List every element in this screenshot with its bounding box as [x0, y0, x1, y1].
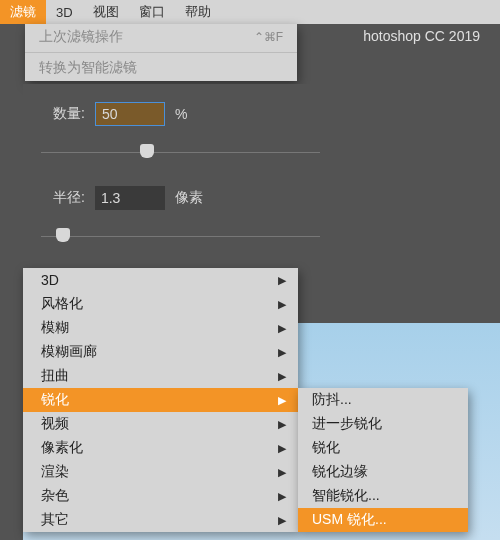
dialog-panel: 数量: % 半径: 像素 [23, 84, 338, 272]
submenu-item[interactable]: 杂色▶ [23, 484, 298, 508]
submenu-item[interactable]: 模糊▶ [23, 316, 298, 340]
slider-thumb[interactable] [140, 144, 154, 158]
submenu-item-label: 扭曲 [41, 367, 69, 385]
filter-menu-dropdown: 上次滤镜操作 ⌃⌘F 转换为智能滤镜 [25, 24, 297, 81]
radius-input[interactable] [95, 186, 165, 210]
submenu-item-label: 模糊画廊 [41, 343, 97, 361]
submenu-item-label: 像素化 [41, 439, 83, 457]
amount-unit: % [175, 106, 187, 122]
amount-row: 数量: % [23, 84, 338, 138]
filter-submenu: 3D▶风格化▶模糊▶模糊画廊▶扭曲▶锐化▶视频▶像素化▶渲染▶杂色▶其它▶ [23, 268, 298, 532]
flyout-item[interactable]: 锐化边缘 [298, 460, 468, 484]
menu-shortcut: ⌃⌘F [254, 30, 283, 44]
submenu-item-label: 风格化 [41, 295, 83, 313]
flyout-item[interactable]: 智能锐化... [298, 484, 468, 508]
chevron-right-icon: ▶ [278, 322, 286, 335]
submenu-item[interactable]: 3D▶ [23, 268, 298, 292]
flyout-item[interactable]: 防抖... [298, 388, 468, 412]
submenu-item-label: 视频 [41, 415, 69, 433]
slider-thumb[interactable] [56, 228, 70, 242]
sharpen-flyout: 防抖...进一步锐化锐化锐化边缘智能锐化...USM 锐化... [298, 388, 468, 532]
menubar-item[interactable]: 窗口 [129, 0, 175, 24]
flyout-item[interactable]: 锐化 [298, 436, 468, 460]
flyout-item[interactable]: 进一步锐化 [298, 412, 468, 436]
submenu-item-label: 锐化 [41, 391, 69, 409]
chevron-right-icon: ▶ [278, 274, 286, 287]
menubar-item[interactable]: 3D [46, 0, 83, 24]
amount-label: 数量: [53, 105, 85, 123]
submenu-item-label: 杂色 [41, 487, 69, 505]
submenu-item[interactable]: 像素化▶ [23, 436, 298, 460]
menu-convert-smart[interactable]: 转换为智能滤镜 [25, 55, 297, 81]
submenu-item-label: 模糊 [41, 319, 69, 337]
submenu-item-label: 其它 [41, 511, 69, 529]
radius-row: 半径: 像素 [23, 168, 338, 222]
menubar-item[interactable]: 滤镜 [0, 0, 46, 24]
chevron-right-icon: ▶ [278, 418, 286, 431]
amount-input[interactable] [95, 102, 165, 126]
chevron-right-icon: ▶ [278, 514, 286, 527]
submenu-item[interactable]: 扭曲▶ [23, 364, 298, 388]
menubar-item[interactable]: 视图 [83, 0, 129, 24]
menu-separator [25, 52, 297, 53]
flyout-item[interactable]: USM 锐化... [298, 508, 468, 532]
chevron-right-icon: ▶ [278, 298, 286, 311]
menu-item-label: 上次滤镜操作 [39, 28, 123, 46]
chevron-right-icon: ▶ [278, 442, 286, 455]
app-title: hotoshop CC 2019 [363, 28, 480, 44]
menubar: 滤镜3D视图窗口帮助 [0, 0, 500, 24]
submenu-item[interactable]: 模糊画廊▶ [23, 340, 298, 364]
menubar-item[interactable]: 帮助 [175, 0, 221, 24]
chevron-right-icon: ▶ [278, 490, 286, 503]
submenu-item[interactable]: 其它▶ [23, 508, 298, 532]
radius-slider[interactable] [41, 226, 320, 246]
submenu-item[interactable]: 风格化▶ [23, 292, 298, 316]
submenu-item[interactable]: 渲染▶ [23, 460, 298, 484]
chevron-right-icon: ▶ [278, 394, 286, 407]
menu-item-label: 转换为智能滤镜 [39, 59, 137, 77]
submenu-item[interactable]: 锐化▶ [23, 388, 298, 412]
radius-label: 半径: [53, 189, 85, 207]
amount-slider[interactable] [41, 142, 320, 162]
submenu-item-label: 3D [41, 272, 59, 288]
chevron-right-icon: ▶ [278, 466, 286, 479]
radius-unit: 像素 [175, 189, 203, 207]
menu-last-filter[interactable]: 上次滤镜操作 ⌃⌘F [25, 24, 297, 50]
chevron-right-icon: ▶ [278, 346, 286, 359]
submenu-item[interactable]: 视频▶ [23, 412, 298, 436]
submenu-item-label: 渲染 [41, 463, 69, 481]
chevron-right-icon: ▶ [278, 370, 286, 383]
